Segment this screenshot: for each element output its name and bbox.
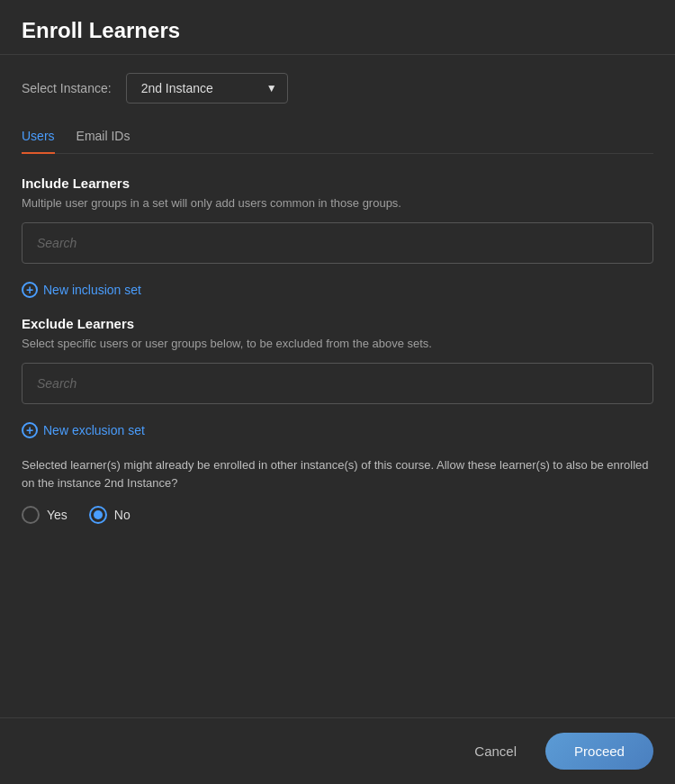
- instance-selector-row: Select Instance: 2nd Instance 1st Instan…: [22, 73, 653, 104]
- plus-circle-icon-2: +: [22, 422, 38, 438]
- modal-footer: Cancel Proceed: [0, 717, 675, 784]
- modal-title: Enroll Learners: [22, 18, 653, 43]
- radio-group: Yes No: [22, 506, 653, 524]
- tab-email-ids[interactable]: Email IDs: [76, 122, 130, 154]
- exclude-learners-section: Exclude Learners Select specific users o…: [22, 316, 653, 415]
- enroll-learners-modal: Enroll Learners Select Instance: 2nd Ins…: [0, 0, 675, 784]
- exclude-section-title: Exclude Learners: [22, 316, 653, 331]
- modal-header: Enroll Learners: [0, 0, 675, 55]
- include-section-description: Multiple user groups in a set will only …: [22, 196, 653, 210]
- modal-body: Select Instance: 2nd Instance 1st Instan…: [0, 55, 675, 717]
- radio-no-label: No: [114, 508, 130, 522]
- cancel-button[interactable]: Cancel: [460, 734, 531, 768]
- instance-select-wrapper: 2nd Instance 1st Instance 3rd Instance ▼: [126, 73, 288, 104]
- instance-label: Select Instance:: [22, 81, 112, 95]
- include-learners-section: Include Learners Multiple user groups in…: [22, 176, 653, 275]
- exclude-search-input[interactable]: [22, 363, 653, 404]
- radio-yes-outer: [22, 506, 40, 524]
- notice-text: Selected learner(s) might already be enr…: [22, 456, 653, 491]
- instance-select[interactable]: 2nd Instance 1st Instance 3rd Instance: [126, 73, 288, 104]
- new-inclusion-set-button[interactable]: + New inclusion set: [22, 282, 141, 298]
- new-exclusion-set-label: New exclusion set: [43, 423, 145, 437]
- radio-no-inner: [94, 510, 103, 519]
- radio-no-outer: [89, 506, 107, 524]
- exclude-section-description: Select specific users or user groups bel…: [22, 337, 653, 350]
- new-exclusion-set-button[interactable]: + New exclusion set: [22, 422, 145, 438]
- plus-circle-icon: +: [22, 282, 38, 298]
- include-search-input[interactable]: [22, 222, 653, 264]
- radio-yes[interactable]: Yes: [22, 506, 68, 524]
- radio-no[interactable]: No: [89, 506, 130, 524]
- radio-yes-label: Yes: [47, 508, 68, 522]
- new-inclusion-set-label: New inclusion set: [43, 283, 141, 297]
- tab-users[interactable]: Users: [22, 122, 55, 154]
- proceed-button[interactable]: Proceed: [545, 733, 653, 770]
- tab-bar: Users Email IDs: [22, 122, 653, 154]
- include-section-title: Include Learners: [22, 176, 653, 191]
